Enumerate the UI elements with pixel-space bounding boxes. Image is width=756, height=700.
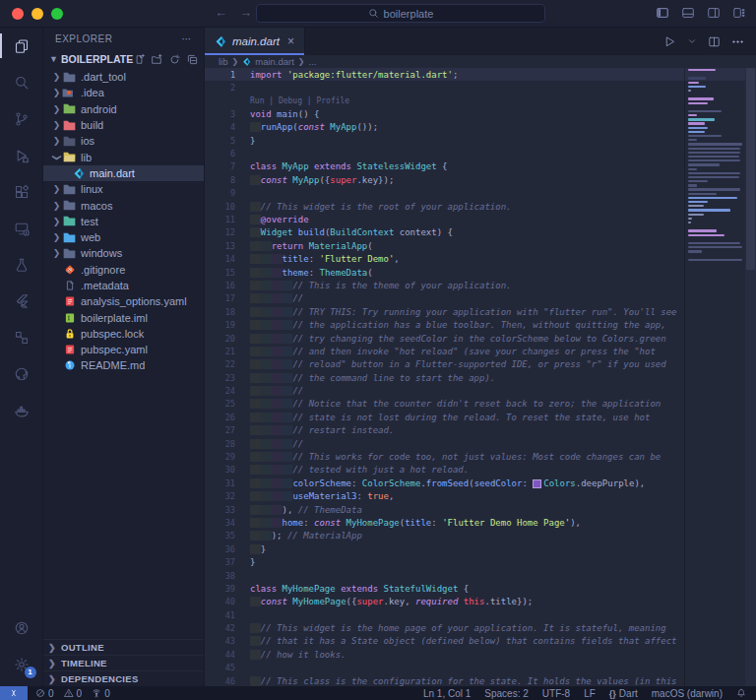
tree-item-android[interactable]: ❯android [43, 101, 204, 117]
run-dropdown-icon[interactable] [687, 36, 697, 46]
minimap[interactable] [684, 68, 745, 686]
code-line-5: 5} [205, 134, 756, 147]
chevron-closed-icon[interactable]: ❯ [51, 72, 62, 82]
chevron-open-icon[interactable]: ❯ [52, 152, 62, 162]
tree-item-readme-md[interactable]: README.md [43, 357, 204, 373]
status-text: LF [584, 688, 596, 699]
activity-bar-settings[interactable]: 1 [0, 646, 43, 682]
activity-bar-project-manager[interactable] [0, 319, 43, 355]
activity-bar-github[interactable] [0, 355, 43, 392]
activity-bar-accounts[interactable] [0, 609, 43, 646]
line-number: 17 [205, 293, 250, 303]
status-warnings[interactable]: 0 [64, 688, 83, 699]
tree-item-pubspec-yaml[interactable]: pubspec.yaml [43, 342, 204, 357]
section-timeline[interactable]: ❯TIMELINE [43, 655, 204, 670]
status-eol[interactable]: LF [584, 688, 596, 699]
zoom-window-button[interactable] [51, 8, 63, 20]
settings-badge: 1 [25, 667, 36, 678]
breadcrumb-item[interactable]: main.dart [255, 56, 294, 67]
project-section-header[interactable]: ▼ BOILERPLATE [43, 49, 204, 69]
close-tab-icon[interactable]: × [287, 34, 294, 48]
navigate-back-icon[interactable]: ← [215, 5, 227, 20]
status-language-mode[interactable]: {}Dart [609, 688, 638, 699]
chevron-closed-icon[interactable]: ❯ [51, 136, 62, 146]
status-errors[interactable]: 0 [35, 688, 54, 699]
chevron-closed-icon[interactable]: ❯ [51, 120, 62, 130]
activity-bar-docker[interactable] [0, 392, 43, 428]
chevron-closed-icon[interactable]: ❯ [51, 232, 62, 242]
activity-bar-extensions[interactable] [0, 173, 43, 210]
status-indentation[interactable]: Spaces: 2 [484, 688, 528, 699]
tree-item-build[interactable]: ❯build [43, 117, 204, 133]
close-window-button[interactable] [12, 8, 24, 20]
navigate-forward-icon[interactable]: → [239, 5, 252, 20]
tree-item-main-dart[interactable]: main.dart [43, 165, 204, 181]
activity-bar-remote-explorer[interactable] [0, 210, 43, 246]
chevron-closed-icon[interactable]: ❯ [51, 248, 62, 258]
chevron-closed-icon[interactable]: ❯ [51, 104, 62, 114]
activity-bar-search[interactable] [0, 64, 43, 100]
status-ports[interactable]: 0 [92, 688, 110, 699]
code-editor[interactable]: 1import 'package:flutter/material.dart';… [205, 68, 756, 686]
scrollbar-thumb[interactable] [746, 68, 755, 270]
tab-main-dart[interactable]: main.dart × [205, 28, 305, 55]
minimap-line [688, 127, 708, 129]
tree-item--metadata[interactable]: .metadata [43, 278, 204, 293]
code-text: // This widget is the home page of your … [250, 623, 756, 633]
status-notifications[interactable] [736, 688, 746, 698]
chevron-closed-icon[interactable]: ❯ [51, 88, 62, 97]
tree-item-lib[interactable]: ❯lib [43, 149, 204, 164]
remote-indicator-button[interactable] [0, 686, 28, 700]
editor-scrollbar[interactable] [745, 68, 756, 686]
editor-more-actions-button[interactable] [731, 35, 744, 48]
tree-item-test[interactable]: ❯test [43, 214, 204, 229]
command-center-search[interactable]: boilerplate [256, 4, 545, 23]
tree-item-analysis-options-yaml[interactable]: analysis_options.yaml [43, 293, 204, 309]
new-file-icon[interactable] [134, 54, 145, 65]
status-encoding[interactable]: UTF-8 [542, 688, 570, 699]
chevron-closed-icon[interactable]: ❯ [51, 201, 62, 211]
minimize-window-button[interactable] [32, 8, 43, 20]
breadcrumb-item[interactable]: ... [309, 56, 317, 67]
minimap-line [688, 131, 705, 133]
tree-item-linux[interactable]: ❯linux [43, 181, 204, 197]
code-line-44: 44 // how it looks. [205, 648, 756, 661]
tree-item-label: .gitignore [81, 264, 125, 276]
chevron-closed-icon[interactable]: ❯ [51, 184, 62, 194]
tree-item--idea[interactable]: ❯.idea [43, 85, 204, 100]
activity-bar-testing[interactable] [0, 246, 43, 283]
tree-item-web[interactable]: ❯web [43, 229, 204, 245]
codelens-actions[interactable]: Run | Debug | Profile [250, 95, 756, 105]
tree-item-ios[interactable]: ❯ios [43, 133, 204, 149]
activity-bar-source-control[interactable] [0, 100, 43, 137]
activity-bar-run-debug[interactable] [0, 137, 43, 173]
new-folder-icon[interactable] [152, 54, 162, 65]
tree-item-windows[interactable]: ❯windows [43, 245, 204, 261]
activity-bar-explorer[interactable] [0, 28, 43, 64]
breadcrumb-item[interactable]: lib [219, 56, 228, 67]
status-platform[interactable]: macOS (darwin) [652, 688, 723, 699]
tree-item-macos[interactable]: ❯macos [43, 197, 204, 213]
tree-item-pubspec-lock[interactable]: pubspec.lock [43, 326, 204, 342]
explorer-more-icon[interactable]: ⋯ [182, 33, 193, 44]
status-cursor-position[interactable]: Ln 1, Col 1 [423, 688, 471, 699]
layout-customize-icon[interactable] [732, 6, 746, 20]
tree-item--gitignore[interactable]: .gitignore [43, 262, 204, 278]
section-dependencies[interactable]: ❯DEPENDENCIES [43, 670, 204, 686]
run-or-debug-button[interactable] [663, 35, 676, 48]
run-debug-icon [14, 148, 30, 163]
refresh-icon[interactable] [169, 54, 180, 65]
split-editor-button[interactable] [708, 35, 721, 48]
tree-item-boilerplate-iml[interactable]: boilerplate.iml [43, 309, 204, 325]
chevron-closed-icon[interactable]: ❯ [51, 217, 62, 226]
tree-item--dart-tool[interactable]: ❯.dart_tool [43, 69, 204, 85]
section-outline[interactable]: ❯OUTLINE [43, 639, 204, 655]
code-line-11: 11 @override [205, 213, 756, 225]
collapse-all-icon[interactable] [187, 54, 198, 65]
layout-sidebar-right-icon[interactable] [707, 6, 721, 20]
layout-sidebar-left-icon[interactable] [656, 6, 669, 20]
tree-item-label: web [81, 231, 100, 243]
breadcrumb[interactable]: lib❯main.dart❯... [205, 55, 756, 68]
layout-panel-icon[interactable] [681, 6, 695, 20]
activity-bar-flutter[interactable] [0, 283, 43, 319]
